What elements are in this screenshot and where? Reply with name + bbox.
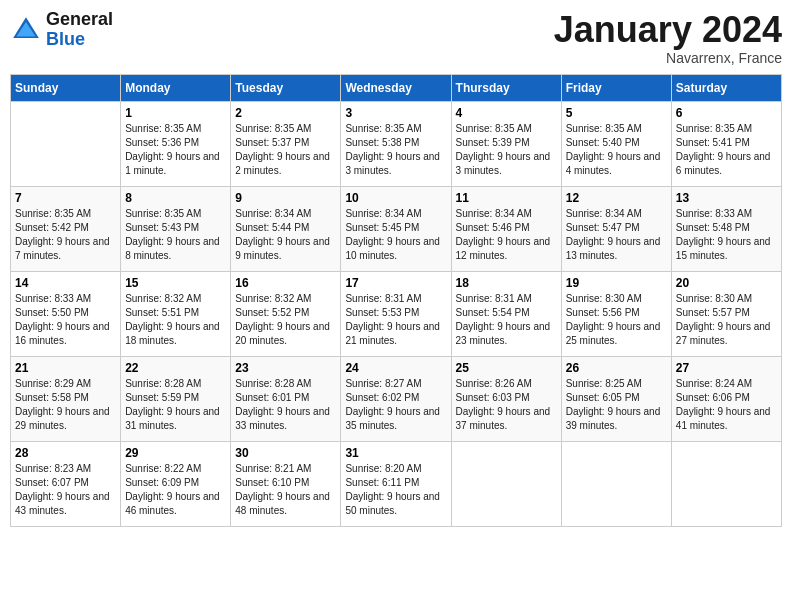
calendar-cell: 15Sunrise: 8:32 AMSunset: 5:51 PMDayligh…: [121, 271, 231, 356]
cell-details: Sunrise: 8:23 AMSunset: 6:07 PMDaylight:…: [15, 462, 116, 518]
calendar-cell: 11Sunrise: 8:34 AMSunset: 5:46 PMDayligh…: [451, 186, 561, 271]
calendar-cell: 4Sunrise: 8:35 AMSunset: 5:39 PMDaylight…: [451, 101, 561, 186]
day-number: 5: [566, 106, 667, 120]
calendar-cell: 22Sunrise: 8:28 AMSunset: 5:59 PMDayligh…: [121, 356, 231, 441]
calendar-cell: 17Sunrise: 8:31 AMSunset: 5:53 PMDayligh…: [341, 271, 451, 356]
calendar-cell: 26Sunrise: 8:25 AMSunset: 6:05 PMDayligh…: [561, 356, 671, 441]
day-number: 28: [15, 446, 116, 460]
calendar-cell: 12Sunrise: 8:34 AMSunset: 5:47 PMDayligh…: [561, 186, 671, 271]
calendar-cell: 3Sunrise: 8:35 AMSunset: 5:38 PMDaylight…: [341, 101, 451, 186]
cell-details: Sunrise: 8:35 AMSunset: 5:40 PMDaylight:…: [566, 122, 667, 178]
location: Navarrenx, France: [554, 50, 782, 66]
calendar-cell: 21Sunrise: 8:29 AMSunset: 5:58 PMDayligh…: [11, 356, 121, 441]
calendar-cell: [671, 441, 781, 526]
day-number: 10: [345, 191, 446, 205]
day-number: 24: [345, 361, 446, 375]
day-number: 1: [125, 106, 226, 120]
cell-details: Sunrise: 8:34 AMSunset: 5:47 PMDaylight:…: [566, 207, 667, 263]
page-header: General Blue January 2024 Navarrenx, Fra…: [10, 10, 782, 66]
day-number: 22: [125, 361, 226, 375]
day-number: 29: [125, 446, 226, 460]
cell-details: Sunrise: 8:35 AMSunset: 5:36 PMDaylight:…: [125, 122, 226, 178]
day-number: 3: [345, 106, 446, 120]
day-number: 31: [345, 446, 446, 460]
calendar-cell: 18Sunrise: 8:31 AMSunset: 5:54 PMDayligh…: [451, 271, 561, 356]
calendar-table: SundayMondayTuesdayWednesdayThursdayFrid…: [10, 74, 782, 527]
column-header-friday: Friday: [561, 74, 671, 101]
calendar-cell: 6Sunrise: 8:35 AMSunset: 5:41 PMDaylight…: [671, 101, 781, 186]
cell-details: Sunrise: 8:24 AMSunset: 6:06 PMDaylight:…: [676, 377, 777, 433]
cell-details: Sunrise: 8:28 AMSunset: 6:01 PMDaylight:…: [235, 377, 336, 433]
day-number: 27: [676, 361, 777, 375]
calendar-cell: 10Sunrise: 8:34 AMSunset: 5:45 PMDayligh…: [341, 186, 451, 271]
day-number: 16: [235, 276, 336, 290]
calendar-cell: 29Sunrise: 8:22 AMSunset: 6:09 PMDayligh…: [121, 441, 231, 526]
calendar-cell: 19Sunrise: 8:30 AMSunset: 5:56 PMDayligh…: [561, 271, 671, 356]
month-title: January 2024: [554, 10, 782, 50]
calendar-cell: 13Sunrise: 8:33 AMSunset: 5:48 PMDayligh…: [671, 186, 781, 271]
cell-details: Sunrise: 8:25 AMSunset: 6:05 PMDaylight:…: [566, 377, 667, 433]
cell-details: Sunrise: 8:33 AMSunset: 5:48 PMDaylight:…: [676, 207, 777, 263]
cell-details: Sunrise: 8:35 AMSunset: 5:38 PMDaylight:…: [345, 122, 446, 178]
day-number: 21: [15, 361, 116, 375]
column-header-thursday: Thursday: [451, 74, 561, 101]
calendar-cell: 30Sunrise: 8:21 AMSunset: 6:10 PMDayligh…: [231, 441, 341, 526]
cell-details: Sunrise: 8:27 AMSunset: 6:02 PMDaylight:…: [345, 377, 446, 433]
calendar-cell: 24Sunrise: 8:27 AMSunset: 6:02 PMDayligh…: [341, 356, 451, 441]
calendar-cell: 25Sunrise: 8:26 AMSunset: 6:03 PMDayligh…: [451, 356, 561, 441]
day-number: 20: [676, 276, 777, 290]
cell-details: Sunrise: 8:26 AMSunset: 6:03 PMDaylight:…: [456, 377, 557, 433]
cell-details: Sunrise: 8:22 AMSunset: 6:09 PMDaylight:…: [125, 462, 226, 518]
calendar-cell: 31Sunrise: 8:20 AMSunset: 6:11 PMDayligh…: [341, 441, 451, 526]
calendar-cell: 1Sunrise: 8:35 AMSunset: 5:36 PMDaylight…: [121, 101, 231, 186]
cell-details: Sunrise: 8:35 AMSunset: 5:37 PMDaylight:…: [235, 122, 336, 178]
day-number: 19: [566, 276, 667, 290]
day-number: 30: [235, 446, 336, 460]
column-header-monday: Monday: [121, 74, 231, 101]
cell-details: Sunrise: 8:31 AMSunset: 5:53 PMDaylight:…: [345, 292, 446, 348]
calendar-cell: 28Sunrise: 8:23 AMSunset: 6:07 PMDayligh…: [11, 441, 121, 526]
day-number: 14: [15, 276, 116, 290]
calendar-header-row: SundayMondayTuesdayWednesdayThursdayFrid…: [11, 74, 782, 101]
day-number: 4: [456, 106, 557, 120]
logo-icon: [10, 14, 42, 46]
week-row-4: 21Sunrise: 8:29 AMSunset: 5:58 PMDayligh…: [11, 356, 782, 441]
week-row-2: 7Sunrise: 8:35 AMSunset: 5:42 PMDaylight…: [11, 186, 782, 271]
cell-details: Sunrise: 8:35 AMSunset: 5:42 PMDaylight:…: [15, 207, 116, 263]
cell-details: Sunrise: 8:35 AMSunset: 5:39 PMDaylight:…: [456, 122, 557, 178]
day-number: 18: [456, 276, 557, 290]
calendar-cell: [561, 441, 671, 526]
day-number: 2: [235, 106, 336, 120]
calendar-cell: 20Sunrise: 8:30 AMSunset: 5:57 PMDayligh…: [671, 271, 781, 356]
column-header-tuesday: Tuesday: [231, 74, 341, 101]
day-number: 7: [15, 191, 116, 205]
day-number: 25: [456, 361, 557, 375]
cell-details: Sunrise: 8:33 AMSunset: 5:50 PMDaylight:…: [15, 292, 116, 348]
cell-details: Sunrise: 8:35 AMSunset: 5:43 PMDaylight:…: [125, 207, 226, 263]
column-header-sunday: Sunday: [11, 74, 121, 101]
calendar-cell: 16Sunrise: 8:32 AMSunset: 5:52 PMDayligh…: [231, 271, 341, 356]
column-header-wednesday: Wednesday: [341, 74, 451, 101]
cell-details: Sunrise: 8:20 AMSunset: 6:11 PMDaylight:…: [345, 462, 446, 518]
day-number: 15: [125, 276, 226, 290]
cell-details: Sunrise: 8:34 AMSunset: 5:46 PMDaylight:…: [456, 207, 557, 263]
cell-details: Sunrise: 8:30 AMSunset: 5:56 PMDaylight:…: [566, 292, 667, 348]
calendar-cell: 23Sunrise: 8:28 AMSunset: 6:01 PMDayligh…: [231, 356, 341, 441]
calendar-cell: 8Sunrise: 8:35 AMSunset: 5:43 PMDaylight…: [121, 186, 231, 271]
cell-details: Sunrise: 8:34 AMSunset: 5:45 PMDaylight:…: [345, 207, 446, 263]
cell-details: Sunrise: 8:32 AMSunset: 5:51 PMDaylight:…: [125, 292, 226, 348]
week-row-1: 1Sunrise: 8:35 AMSunset: 5:36 PMDaylight…: [11, 101, 782, 186]
cell-details: Sunrise: 8:31 AMSunset: 5:54 PMDaylight:…: [456, 292, 557, 348]
day-number: 13: [676, 191, 777, 205]
week-row-5: 28Sunrise: 8:23 AMSunset: 6:07 PMDayligh…: [11, 441, 782, 526]
title-block: January 2024 Navarrenx, France: [554, 10, 782, 66]
calendar-cell: 14Sunrise: 8:33 AMSunset: 5:50 PMDayligh…: [11, 271, 121, 356]
logo-general: General: [46, 9, 113, 29]
calendar-cell: 5Sunrise: 8:35 AMSunset: 5:40 PMDaylight…: [561, 101, 671, 186]
logo-blue: Blue: [46, 29, 85, 49]
day-number: 11: [456, 191, 557, 205]
calendar-cell: 27Sunrise: 8:24 AMSunset: 6:06 PMDayligh…: [671, 356, 781, 441]
day-number: 12: [566, 191, 667, 205]
day-number: 9: [235, 191, 336, 205]
day-number: 23: [235, 361, 336, 375]
